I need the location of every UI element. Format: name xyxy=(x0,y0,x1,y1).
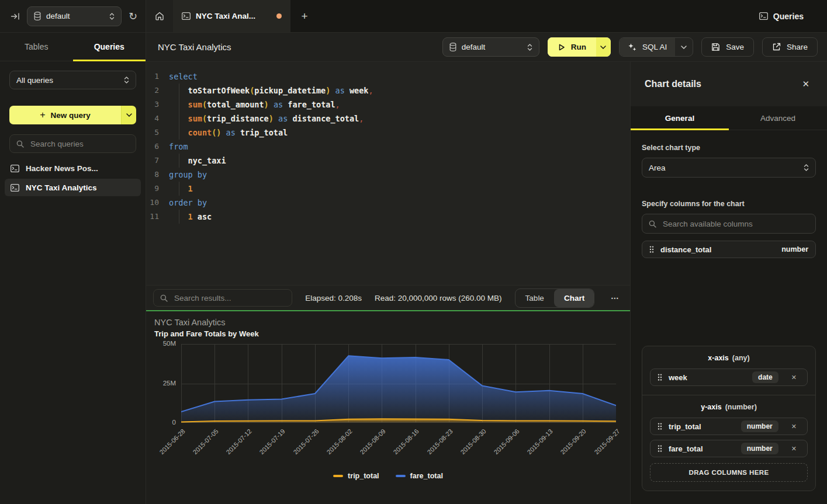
queries-filter-select[interactable]: All queries xyxy=(9,71,136,89)
sidebar-search-input[interactable] xyxy=(29,139,129,149)
unsaved-changes-dot xyxy=(276,13,282,19)
terminal-icon xyxy=(182,12,191,20)
line-number: 2 xyxy=(146,84,166,98)
sql-ai-main[interactable]: SQL AI xyxy=(620,38,675,56)
code-line: 11 1 asc xyxy=(146,210,630,224)
column-chip-week[interactable]: weekdate✕ xyxy=(650,369,808,386)
collapse-sidebar-button[interactable] xyxy=(11,12,20,20)
sparkle-icon xyxy=(628,43,636,51)
tab-nyc-taxi-analytics[interactable]: NYC Taxi Anal... xyxy=(173,0,290,32)
chart-type-select[interactable]: Area xyxy=(642,158,816,178)
refresh-button[interactable]: ↻ xyxy=(129,11,137,22)
code-line: 6from xyxy=(146,140,630,154)
save-button[interactable]: Save xyxy=(701,37,754,57)
drag-handle-icon[interactable] xyxy=(649,246,654,253)
saved-query-hacker-news-pos[interactable]: Hacker News Pos... xyxy=(5,159,141,177)
run-options-button[interactable] xyxy=(596,37,611,57)
column-chip-distance-total[interactable]: distance_totalnumber xyxy=(642,241,816,258)
new-tab-button[interactable]: + xyxy=(290,0,319,32)
column-chip-fare-total[interactable]: fare_totalnumber✕ xyxy=(650,440,808,457)
drag-handle-icon[interactable] xyxy=(658,374,662,381)
code-text: toStartOfWeek(pickup_datetime) as week, xyxy=(166,84,373,98)
details-tab-general[interactable]: General xyxy=(631,106,729,130)
tab-title: NYC Taxi Anal... xyxy=(196,12,271,20)
sidebar-tab-tables[interactable]: Tables xyxy=(0,33,73,61)
line-number: 7 xyxy=(146,154,166,168)
line-number: 3 xyxy=(146,98,166,112)
sql-editor[interactable]: 1select2 toStartOfWeek(pickup_datetime) … xyxy=(146,62,630,285)
remove-column-button[interactable]: ✕ xyxy=(788,373,800,382)
run-main[interactable]: Run xyxy=(548,37,596,57)
results-search[interactable] xyxy=(153,289,292,307)
search-icon xyxy=(16,140,24,148)
plus-icon: + xyxy=(40,110,45,120)
saved-query-nyc-taxi-analytics[interactable]: NYC Taxi Analytics xyxy=(5,179,141,196)
code-text: nyc_taxi xyxy=(166,154,226,168)
share-button[interactable]: Share xyxy=(762,37,818,57)
chart-plot[interactable]: 025M50M2015-06-282015-07-052015-07-12201… xyxy=(181,344,616,423)
query-title: NYC Taxi Analytics xyxy=(158,42,231,52)
code-line: 8group by xyxy=(146,168,630,182)
line-number: 10 xyxy=(146,196,166,210)
content: TablesQueries All queries + New query xyxy=(0,33,827,504)
topbar-database-selector[interactable]: default xyxy=(27,6,122,26)
chart-type-value: Area xyxy=(649,164,798,172)
indent-guide xyxy=(179,126,179,140)
topbar-queries-button[interactable]: Queries xyxy=(759,12,804,21)
y-axis-title: y-axis(number) xyxy=(650,403,808,411)
new-query-main[interactable]: + New query xyxy=(9,106,121,124)
details-tab-advanced[interactable]: Advanced xyxy=(729,106,827,130)
code-line: 1select xyxy=(146,69,630,84)
view-toggle-table[interactable]: Table xyxy=(515,289,554,307)
line-number: 1 xyxy=(146,69,166,84)
save-label: Save xyxy=(726,43,744,51)
search-icon xyxy=(160,294,168,302)
database-icon xyxy=(34,12,41,20)
line-number: 5 xyxy=(146,126,166,140)
code-line: 10order by xyxy=(146,196,630,210)
remove-column-button[interactable]: ✕ xyxy=(788,422,800,431)
workspace: NYC Taxi Analytics default Run xyxy=(146,33,827,504)
column-type: date xyxy=(752,371,778,383)
legend-label: trip_total xyxy=(348,472,379,480)
close-panel-button[interactable]: ✕ xyxy=(798,78,813,90)
header-database-selector[interactable]: default xyxy=(442,37,539,57)
remove-column-button[interactable]: ✕ xyxy=(788,444,800,453)
chevron-updown-icon xyxy=(109,12,115,20)
sidebar-tabs: TablesQueries xyxy=(0,33,146,61)
sql-ai-button[interactable]: SQL AI xyxy=(619,37,693,57)
x-axis-columns: weekdate✕ xyxy=(650,369,808,386)
axis-config-box: x-axis(any) weekdate✕ y-axis(number) tri… xyxy=(642,346,816,491)
drag-handle-icon[interactable] xyxy=(658,423,662,430)
sql-ai-dropdown-button[interactable] xyxy=(675,38,693,56)
columns-search-input[interactable] xyxy=(662,219,809,229)
chart-canvas xyxy=(181,344,616,423)
sidebar-tab-queries[interactable]: Queries xyxy=(73,33,146,61)
code-text: 1 asc xyxy=(166,210,212,224)
indent-guide xyxy=(179,112,179,126)
chart-details-header: Chart details ✕ xyxy=(631,62,827,106)
legend-item-trip-total[interactable]: trip_total xyxy=(333,472,379,480)
line-number: 9 xyxy=(146,182,166,196)
topbar-queries-label: Queries xyxy=(773,12,804,21)
new-query-dropdown-button[interactable] xyxy=(121,106,136,124)
column-chip-trip-total[interactable]: trip_totalnumber✕ xyxy=(650,418,808,435)
sidebar-search[interactable] xyxy=(9,134,136,153)
indent-guide xyxy=(179,154,179,168)
drag-handle-icon[interactable] xyxy=(658,445,662,452)
drag-columns-drop-zone[interactable]: DRAG COLUMNS HERE xyxy=(650,463,808,482)
view-toggle: TableChart xyxy=(515,289,594,308)
legend-item-fare-total[interactable]: fare_total xyxy=(396,472,443,480)
x-axis-tick-label: 2015-09-27 xyxy=(593,427,621,456)
view-toggle-chart[interactable]: Chart xyxy=(554,289,594,307)
ellipsis-icon: ⋯ xyxy=(611,293,620,303)
more-options-button[interactable]: ⋯ xyxy=(607,293,623,303)
run-button[interactable]: Run xyxy=(548,37,611,57)
new-query-button[interactable]: + New query xyxy=(9,106,136,124)
code-line: 2 toStartOfWeek(pickup_datetime) as week… xyxy=(146,84,630,98)
results-search-input[interactable] xyxy=(173,293,285,303)
home-tab[interactable] xyxy=(146,0,173,32)
x-axis-tick-label: 2015-07-19 xyxy=(258,427,286,456)
columns-search[interactable] xyxy=(642,214,816,234)
x-axis-tick-label: 2015-09-13 xyxy=(526,427,554,456)
